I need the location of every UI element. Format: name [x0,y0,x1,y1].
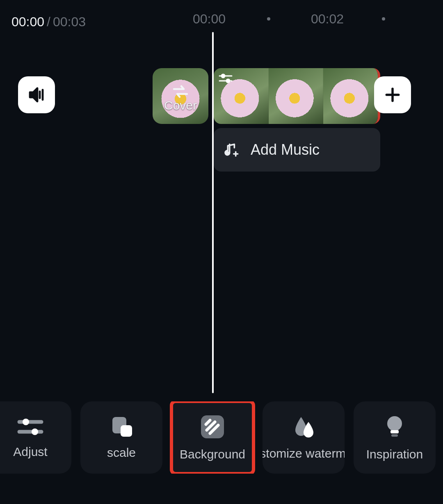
volume-button[interactable] [18,76,55,113]
bottom-toolbar: Adjust scale Background [0,401,443,474]
clip-frame [323,68,378,124]
svg-marker-0 [30,88,37,101]
tool-adjust[interactable]: Adjust [0,401,71,474]
water-drop-icon [291,415,316,439]
tool-label: scale [107,446,136,460]
svg-point-15 [32,428,38,435]
scale-icon [109,415,134,438]
svg-rect-23 [390,430,399,433]
tool-scale[interactable]: scale [80,401,162,474]
timecode-display: 00:00 / 00:03 [0,11,443,32]
time-separator: / [47,14,50,30]
pattern-icon [199,414,226,440]
time-current: 00:00 [11,14,44,30]
time-total: 00:03 [53,14,86,30]
tool-label: Inspiration [366,447,423,461]
playhead[interactable] [212,32,214,393]
svg-rect-24 [391,434,398,437]
tool-label: Customize watermark [263,447,345,460]
tool-label: Adjust [13,445,47,459]
add-music-button[interactable]: Add Music [214,128,380,172]
clip-frame [268,68,323,124]
tool-customize-watermark[interactable]: Customize watermark [263,401,345,474]
svg-rect-17 [121,425,132,437]
svg-point-13 [23,419,29,425]
tool-inspiration[interactable]: Inspiration [354,401,436,474]
sliders-icon [218,72,233,85]
svg-rect-18 [201,415,224,438]
swap-icon [171,85,190,99]
cover-label: Cover [164,99,197,112]
lightbulb-icon [383,414,406,440]
tool-label: Background [180,447,245,461]
music-add-icon [223,142,239,158]
plus-icon [384,86,402,104]
svg-point-22 [387,416,402,431]
cover-thumbnail[interactable]: Cover [153,68,208,124]
video-clip[interactable] [214,68,380,124]
svg-point-9 [226,151,230,155]
add-clip-button[interactable] [374,76,411,113]
add-music-label: Add Music [251,141,320,158]
tool-background[interactable]: Background [171,401,253,474]
svg-point-4 [222,74,225,78]
svg-point-6 [226,79,230,82]
volume-icon [27,85,46,105]
sliders-icon [17,416,44,438]
